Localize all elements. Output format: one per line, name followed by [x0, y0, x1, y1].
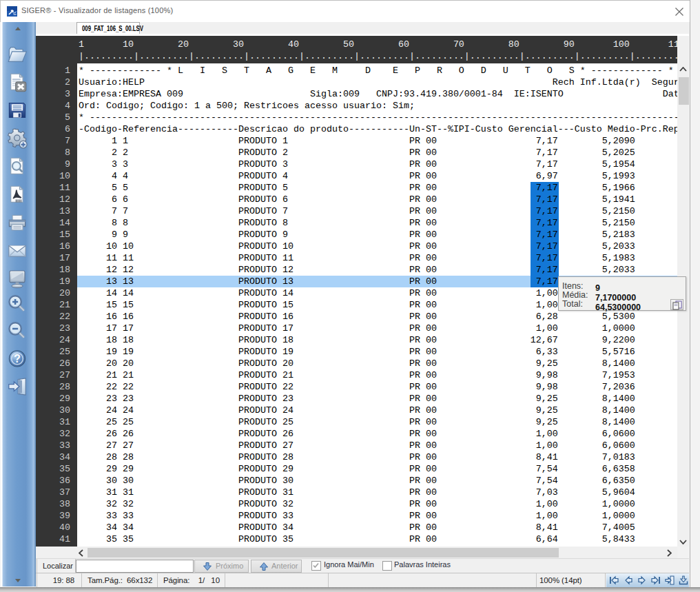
svg-text:?: ? — [14, 352, 21, 364]
